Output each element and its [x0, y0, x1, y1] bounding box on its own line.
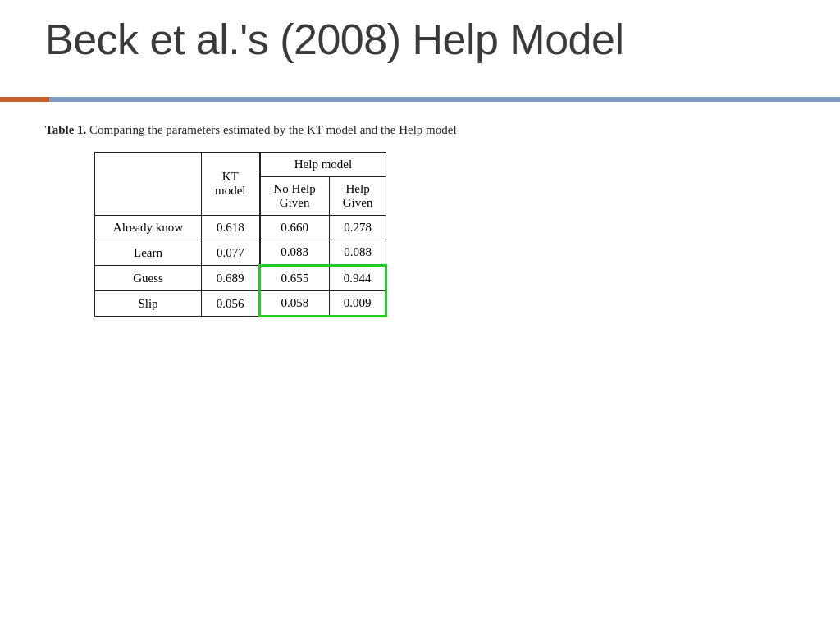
cell-nohelp-slip: 0.058	[260, 291, 330, 317]
cell-kt-slip: 0.056	[202, 291, 260, 317]
header-param	[95, 153, 202, 216]
table-caption-bold: Table 1.	[45, 123, 86, 136]
slide: Beck et al.'s (2008) Help Model Table 1.…	[0, 0, 840, 630]
header-help-given: HelpGiven	[329, 177, 386, 216]
cell-kt-already-know: 0.618	[202, 216, 260, 240]
header-kt-model: KTmodel	[202, 153, 260, 216]
table-row: Guess 0.689 0.655 0.944	[95, 266, 386, 291]
row-label-slip: Slip	[95, 291, 202, 317]
cell-nohelp-already-know: 0.660	[260, 216, 330, 240]
table-caption: Table 1. Comparing the parameters estima…	[45, 123, 795, 137]
cell-nohelp-guess: 0.655	[260, 266, 330, 291]
slide-title: Beck et al.'s (2008) Help Model	[45, 15, 623, 64]
cell-kt-guess: 0.689	[202, 266, 260, 291]
cell-help-already-know: 0.278	[329, 216, 386, 240]
header-no-help-given: No HelpGiven	[260, 177, 330, 216]
table-row: Already know 0.618 0.660 0.278	[95, 216, 386, 240]
data-table: KTmodel Help model No HelpGiven HelpGive…	[94, 152, 387, 317]
table-row: Slip 0.056 0.058 0.009	[95, 291, 386, 317]
cell-help-slip: 0.009	[329, 291, 386, 317]
cell-help-guess: 0.944	[329, 266, 386, 291]
cell-help-learn: 0.088	[329, 240, 386, 266]
table-caption-text: Comparing the parameters estimated by th…	[86, 123, 456, 136]
content-area: Table 1. Comparing the parameters estima…	[45, 123, 795, 317]
table-row: Learn 0.077 0.083 0.088	[95, 240, 386, 266]
row-label-guess: Guess	[95, 266, 202, 291]
accent-bar	[0, 97, 840, 102]
row-label-already-know: Already know	[95, 216, 202, 240]
cell-kt-learn: 0.077	[202, 240, 260, 266]
cell-nohelp-learn: 0.083	[260, 240, 330, 266]
header-help-model: Help model	[260, 153, 386, 177]
row-label-learn: Learn	[95, 240, 202, 266]
